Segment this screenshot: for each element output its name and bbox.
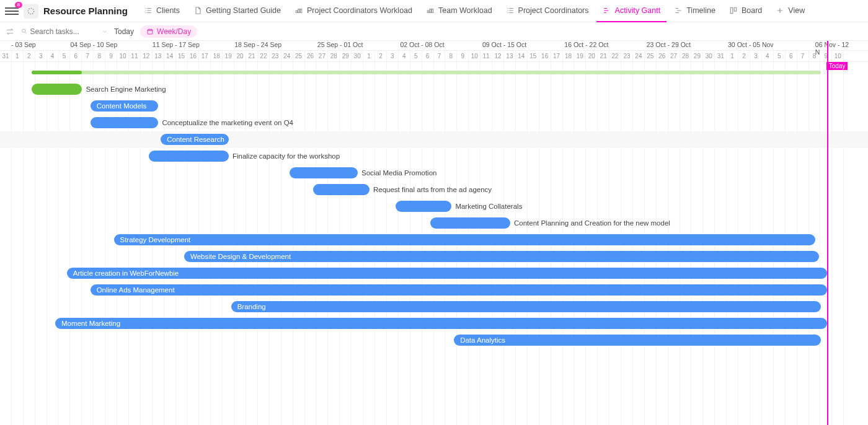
task-bar[interactable]: Moment Marketing (55, 318, 827, 329)
svg-point-0 (28, 8, 33, 14)
day-cell: 5 (59, 51, 71, 61)
task-bar[interactable] (149, 151, 229, 162)
task-bar[interactable] (91, 117, 159, 128)
search-field[interactable] (21, 27, 108, 36)
day-cell: 9 (457, 51, 469, 61)
day-cell: 25 (645, 51, 657, 61)
week-label: 30 Oct - 05 Nov (728, 41, 774, 48)
today-flag: Today (826, 62, 848, 70)
day-cell: 2 (375, 51, 387, 61)
day-cell: 22 (609, 51, 621, 61)
tab-timeline[interactable]: Timeline (668, 0, 722, 22)
day-header-row: 3112345678910111213141516171819202122232… (0, 51, 868, 62)
task-label: Branding (237, 303, 266, 310)
tab-board[interactable]: Board (723, 0, 768, 22)
summary-bar[interactable] (32, 71, 821, 74)
task-bar[interactable] (290, 167, 358, 178)
grid-column (94, 62, 105, 425)
task-bar[interactable] (313, 184, 370, 195)
task-bar[interactable]: Data Analytics (454, 335, 821, 346)
task-bar[interactable]: Content Research (161, 134, 229, 145)
tab-label: Board (742, 6, 762, 15)
grid-column (59, 62, 71, 425)
day-cell: 29 (691, 51, 703, 61)
day-cell: 12 (141, 51, 153, 61)
chevron-down-icon[interactable] (102, 28, 108, 35)
menu-button[interactable]: 8 (5, 4, 19, 18)
task-bar[interactable]: Branding (231, 301, 822, 312)
tab-coordinators-workload[interactable]: Project Coordinators Workload (288, 0, 418, 22)
day-cell: 19 (574, 51, 586, 61)
tab-label: Clients (156, 6, 180, 15)
weekday-toggle[interactable]: Week/Day (140, 25, 197, 38)
task-label: Conceptualize the marketing event on Q4 (162, 117, 293, 128)
task-bar[interactable]: Content Models (91, 100, 159, 112)
grid-column (47, 62, 59, 425)
tab-clients[interactable]: Clients (138, 0, 186, 22)
week-header-row: - 03 Sep04 Sep - 10 Sep11 Sep - 17 Sep18… (0, 41, 868, 51)
day-cell: 7 (434, 51, 446, 61)
week-label: 23 Oct - 29 Oct (647, 41, 691, 48)
tab-label: Project Coordinators Workload (307, 6, 412, 15)
task-bar[interactable]: Strategy Development (114, 234, 815, 245)
day-cell: 18 (211, 51, 223, 61)
day-cell: 3 (750, 51, 762, 61)
day-cell: 16 (539, 51, 551, 61)
gantt-area[interactable]: - 03 Sep04 Sep - 10 Sep11 Sep - 17 Sep18… (0, 41, 868, 425)
task-label: Strategy Development (120, 236, 191, 243)
grid-column (70, 62, 82, 425)
day-cell: 25 (293, 51, 305, 61)
weekday-label: Week/Day (157, 27, 191, 36)
day-cell: 3 (387, 51, 399, 61)
day-cell: 2 (24, 51, 35, 61)
task-label: Content Planning and Creation for the ne… (514, 217, 670, 229)
search-input[interactable] (30, 27, 99, 36)
gantt-icon (603, 6, 611, 15)
day-cell: 17 (199, 51, 211, 61)
swap-icon[interactable] (5, 27, 15, 37)
tab-activity-gantt[interactable]: Activity Gantt (596, 0, 667, 22)
day-cell: 4 (762, 51, 774, 61)
workload-icon (426, 6, 435, 15)
project-icon[interactable] (24, 4, 38, 19)
day-cell: 31 (0, 51, 12, 61)
tab-coordinators[interactable]: Project Coordinators (500, 0, 595, 22)
calendar-icon (146, 28, 154, 35)
task-label: Finalize capacity for the workshop (232, 151, 340, 162)
day-cell: 18 (563, 51, 575, 61)
doc-icon (193, 6, 202, 15)
day-cell: 23 (621, 51, 633, 61)
day-cell: 19 (223, 51, 234, 61)
gantt-body[interactable]: Search Engine MarketingContent ModelsCon… (0, 62, 868, 425)
task-label: Content Research (167, 136, 224, 143)
today-button[interactable]: Today (114, 27, 134, 36)
task-bar[interactable] (396, 201, 452, 212)
tab-team-workload[interactable]: Team Workload (420, 0, 498, 22)
tab-add-view[interactable]: View (769, 0, 811, 22)
task-bar[interactable] (430, 217, 510, 229)
day-cell: 17 (551, 51, 563, 61)
week-label: 18 Sep - 24 Sep (234, 41, 281, 48)
task-bar[interactable]: Article creation in WebForNewbie (67, 268, 827, 279)
day-cell: 24 (633, 51, 645, 61)
day-cell: 20 (234, 51, 246, 61)
task-bar[interactable]: Website Design & Development (184, 251, 819, 262)
day-cell: 14 (164, 51, 176, 61)
summary-progress (32, 71, 82, 74)
tab-getting-started[interactable]: Getting Started Guide (187, 0, 287, 22)
task-bar[interactable] (32, 84, 82, 95)
task-label: Online Ads Management (97, 286, 175, 294)
day-cell: 26 (657, 51, 668, 61)
day-cell: 3 (35, 51, 47, 61)
grid-column (82, 62, 94, 425)
task-bar[interactable]: Online Ads Management (91, 284, 827, 296)
day-cell: 10 (117, 51, 129, 61)
day-cell: 26 (305, 51, 317, 61)
day-cell: 5 (774, 51, 786, 61)
week-label: 04 Sep - 10 Sep (70, 41, 117, 48)
grid-column (0, 62, 12, 425)
day-cell: 4 (47, 51, 59, 61)
day-cell: 4 (399, 51, 410, 61)
grid-column (35, 62, 47, 425)
svg-rect-4 (148, 29, 153, 34)
